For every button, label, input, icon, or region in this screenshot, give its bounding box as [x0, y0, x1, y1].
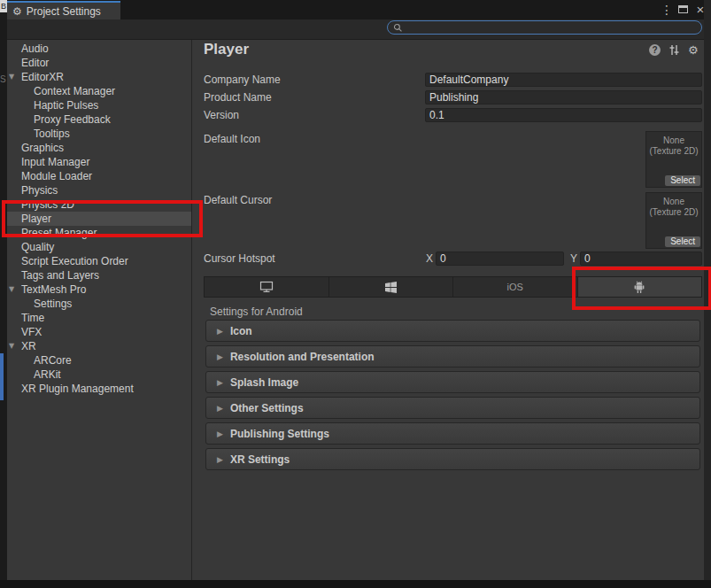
sidebar-item-haptic-pulses[interactable]: Haptic Pulses — [7, 98, 191, 112]
section-resolution-and-presentation[interactable]: ▶Resolution and Presentation — [205, 345, 700, 368]
section-xr-settings[interactable]: ▶XR Settings — [205, 448, 700, 470]
sidebar-item-label: Proxy Feedback — [34, 113, 111, 126]
sidebar-item-physics-2d[interactable]: Physics 2D — [7, 197, 191, 212]
default-icon-value: None (Texture 2D) — [646, 135, 701, 157]
sidebar-item-textmesh-pro[interactable]: ▼TextMesh Pro — [7, 282, 191, 297]
collapse-triangle-icon: ▶ — [217, 352, 223, 361]
sidebar-item-label: XR Plugin Management — [21, 383, 134, 395]
sidebar-item-xr[interactable]: ▼XR — [7, 339, 191, 353]
expand-triangle-icon[interactable]: ▼ — [9, 285, 14, 294]
cursor-hotspot-label: Cursor Hotspot — [204, 252, 275, 265]
sidebar-item-label: VFX — [21, 326, 42, 338]
hotspot-x-field[interactable]: 0 — [436, 251, 564, 266]
sidebar-item-time[interactable]: Time — [7, 311, 191, 325]
hotspot-y-field[interactable]: 0 — [580, 251, 702, 266]
background-right-strip — [704, 0, 711, 588]
sidebar-item-label: Tags and Layers — [21, 269, 99, 282]
panel-header-icons: ? ⚙ — [649, 44, 699, 56]
version-field[interactable]: 0.1 — [425, 108, 702, 122]
sidebar-item-vfx[interactable]: VFX — [7, 325, 191, 339]
sidebar-item-label: Context Manager — [34, 85, 115, 97]
sidebar-item-label: Tooltips — [34, 128, 70, 140]
collapse-triangle-icon: ▶ — [217, 455, 223, 464]
platform-tab-standalone[interactable] — [205, 277, 329, 297]
presets-icon[interactable] — [668, 44, 680, 56]
product-name-field[interactable]: Publishing — [425, 90, 702, 104]
company-name-field[interactable]: DefaultCompany — [425, 73, 702, 87]
sidebar-item-script-execution-order[interactable]: Script Execution Order — [7, 254, 191, 268]
page-title: Player — [204, 41, 249, 58]
close-icon[interactable]: × — [693, 2, 707, 18]
platform-tab-label: iOS — [507, 282, 523, 292]
sidebar-item-player[interactable]: Player — [7, 212, 191, 226]
sidebar-item-preset-manager[interactable]: Preset Manager — [7, 226, 191, 240]
sidebar-item-module-loader[interactable]: Module Loader — [7, 169, 191, 183]
section-label: Other Settings — [230, 402, 304, 414]
sidebar-item-quality[interactable]: Quality — [7, 240, 191, 254]
expand-triangle-icon[interactable]: ▼ — [9, 73, 14, 81]
window-menu-icon[interactable]: ⋮ — [661, 2, 673, 18]
sidebar-item-label: Physics 2D — [21, 198, 74, 211]
search-icon — [393, 23, 403, 33]
hotspot-y-label: Y — [570, 252, 577, 265]
platform-tab-windows-store[interactable] — [329, 277, 454, 297]
sidebar-item-label: Haptic Pulses — [34, 99, 98, 112]
section-other-settings[interactable]: ▶Other Settings — [205, 397, 700, 419]
sidebar-item-label: Player — [21, 213, 51, 225]
default-icon-picker[interactable]: None (Texture 2D) Select — [645, 131, 702, 188]
sidebar-item-label: EditorXR — [21, 71, 64, 83]
default-cursor-picker[interactable]: None (Texture 2D) Select — [645, 192, 702, 249]
sidebar-item-label: Editor — [21, 57, 49, 69]
section-label: Resolution and Presentation — [230, 351, 375, 363]
sidebar-item-context-manager[interactable]: Context Manager — [7, 84, 191, 98]
sidebar-item-physics[interactable]: Physics — [7, 183, 191, 197]
sidebar-item-proxy-feedback[interactable]: Proxy Feedback — [7, 112, 191, 127]
section-label: Splash Image — [230, 376, 298, 389]
default-cursor-select-button[interactable]: Select — [665, 236, 700, 247]
sidebar-item-editorxr[interactable]: ▼EditorXR — [7, 70, 191, 84]
background-text-fragment: S — [0, 74, 6, 84]
sidebar-item-label: Settings — [34, 298, 72, 310]
settings-gear-icon: ⚙ — [12, 6, 22, 17]
default-icon-select-button[interactable]: Select — [665, 175, 700, 186]
platform-tab-android[interactable] — [578, 277, 702, 297]
collapse-triangle-icon: ▶ — [217, 327, 223, 336]
section-publishing-settings[interactable]: ▶Publishing Settings — [205, 422, 700, 445]
sidebar-item-audio[interactable]: Audio — [7, 42, 191, 56]
sidebar-item-label: ARCore — [34, 354, 72, 367]
sidebar-item-label: Time — [21, 312, 44, 324]
sidebar-item-label: Graphics — [21, 142, 64, 154]
background-focus-bar — [0, 353, 4, 400]
sidebar-item-tags-and-layers[interactable]: Tags and Layers — [7, 268, 191, 282]
sidebar-item-label: Module Loader — [21, 170, 92, 182]
sidebar-item-label: Quality — [21, 241, 54, 253]
expand-triangle-icon[interactable]: ▼ — [9, 342, 14, 351]
sidebar-item-input-manager[interactable]: Input Manager — [7, 155, 191, 169]
search-input[interactable] — [387, 20, 702, 35]
gear-icon[interactable]: ⚙ — [688, 44, 699, 56]
background-left-strip: B S — [0, 0, 7, 588]
sidebar-item-arkit[interactable]: ARKit — [7, 368, 191, 382]
sidebar-item-label: Preset Manager — [21, 227, 97, 239]
version-label: Version — [204, 109, 239, 121]
platform-tab-ios[interactable]: iOS — [453, 277, 578, 297]
company-name-label: Company Name — [204, 74, 281, 86]
tab-project-settings[interactable]: ⚙ Project Settings — [7, 1, 120, 19]
sidebar-item-graphics[interactable]: Graphics — [7, 141, 191, 155]
hotspot-x-label: X — [426, 252, 433, 265]
default-cursor-value: None (Texture 2D) — [646, 197, 701, 218]
section-label: Publishing Settings — [230, 428, 329, 440]
platform-tab-bar: iOS — [204, 276, 702, 298]
sidebar-item-xr-plugin-management[interactable]: XR Plugin Management — [7, 382, 191, 396]
help-icon[interactable]: ? — [649, 44, 661, 56]
tab-title: Project Settings — [27, 5, 101, 18]
sidebar-item-tooltips[interactable]: Tooltips — [7, 127, 191, 141]
sidebar-item-arcore[interactable]: ARCore — [7, 353, 191, 368]
sidebar-item-settings[interactable]: Settings — [7, 297, 191, 311]
section-splash-image[interactable]: ▶Splash Image — [205, 371, 700, 393]
maximize-icon[interactable] — [678, 5, 688, 13]
default-icon-label: Default Icon — [204, 133, 260, 145]
sidebar-item-editor[interactable]: Editor — [7, 56, 191, 70]
section-label: XR Settings — [230, 453, 290, 466]
section-icon[interactable]: ▶Icon — [205, 320, 700, 342]
